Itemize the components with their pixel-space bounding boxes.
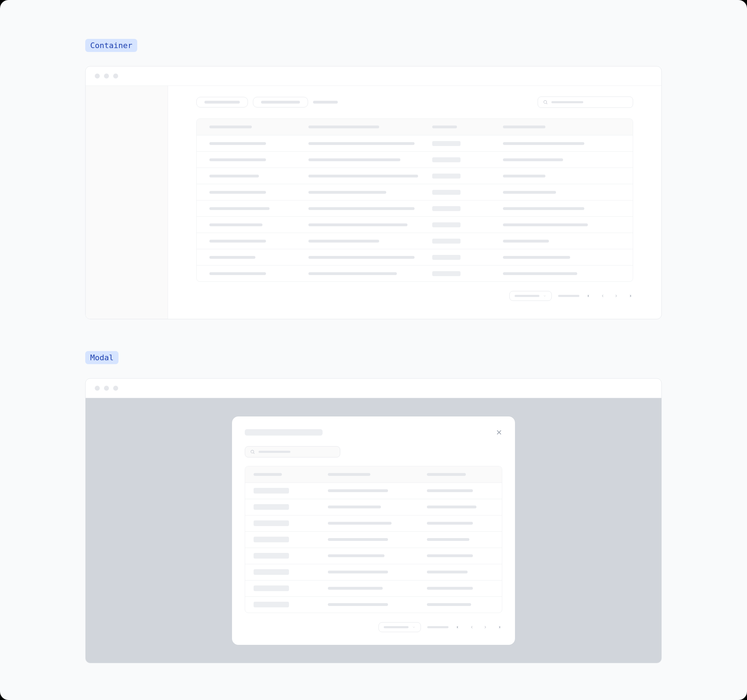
first-page-icon — [456, 625, 461, 629]
table-header-cell[interactable] — [427, 473, 493, 476]
search-input[interactable] — [538, 97, 633, 108]
window-dot — [113, 74, 118, 78]
chevron-left-icon — [470, 625, 474, 629]
page-indicator — [558, 295, 579, 297]
window-dot — [113, 386, 118, 391]
window-dot — [95, 74, 100, 78]
table-row[interactable] — [197, 200, 633, 216]
table-header-row — [245, 466, 502, 483]
chevron-down-icon — [412, 625, 416, 629]
toolbar — [196, 97, 633, 108]
table-row[interactable] — [245, 531, 502, 548]
section-tag-container: Container — [85, 39, 137, 52]
chevron-right-icon — [614, 294, 618, 298]
rows-per-page-select[interactable] — [378, 622, 421, 632]
search-placeholder — [551, 101, 583, 103]
next-page-button[interactable] — [612, 293, 620, 299]
last-page-button[interactable] — [495, 624, 502, 631]
last-page-icon — [497, 625, 501, 629]
table-row[interactable] — [245, 580, 502, 596]
browser-titlebar — [86, 66, 661, 86]
table-header-row — [197, 119, 633, 135]
table-header-cell[interactable] — [254, 473, 328, 476]
next-page-button[interactable] — [482, 624, 489, 631]
modal-close-button[interactable] — [495, 428, 503, 436]
last-page-icon — [628, 294, 632, 298]
chevron-right-icon — [483, 625, 487, 629]
browser-titlebar — [86, 379, 661, 398]
svg-line-7 — [254, 453, 255, 454]
table-header-cell[interactable] — [209, 125, 308, 128]
prev-page-button[interactable] — [599, 293, 606, 299]
svg-point-0 — [544, 100, 546, 103]
table-row[interactable] — [245, 499, 502, 515]
modal-dialog — [232, 416, 515, 645]
modal-data-table — [245, 466, 502, 613]
table-row[interactable] — [197, 216, 633, 232]
table-row[interactable] — [245, 483, 502, 499]
chevron-down-icon — [543, 294, 546, 298]
table-header-cell[interactable] — [432, 125, 503, 128]
page-indicator — [427, 626, 449, 628]
chevron-left-icon — [600, 294, 605, 298]
table-row[interactable] — [197, 135, 633, 151]
table-row[interactable] — [245, 564, 502, 580]
table-header-cell[interactable] — [503, 125, 620, 128]
window-dot — [104, 386, 109, 391]
section-modal: Modal — [85, 351, 662, 663]
svg-line-1 — [546, 103, 547, 104]
browser-frame-container — [85, 66, 662, 319]
table-row[interactable] — [197, 249, 633, 265]
sidebar — [86, 86, 168, 319]
main-content-area — [168, 86, 661, 319]
window-dot — [95, 386, 100, 391]
search-placeholder — [259, 451, 290, 453]
table-row[interactable] — [197, 167, 633, 184]
table-row[interactable] — [197, 151, 633, 167]
table-row[interactable] — [197, 184, 633, 200]
filter-pill[interactable] — [253, 97, 308, 107]
svg-point-6 — [251, 450, 254, 453]
first-page-icon — [587, 294, 591, 298]
rows-per-page-select[interactable] — [509, 291, 552, 301]
table-header-cell[interactable] — [328, 473, 427, 476]
table-row[interactable] — [245, 548, 502, 564]
modal-title — [245, 429, 322, 436]
close-icon — [495, 428, 503, 436]
browser-frame-modal — [85, 378, 662, 663]
table-row[interactable] — [245, 515, 502, 531]
last-page-button[interactable] — [626, 293, 633, 299]
modal-backdrop — [86, 398, 661, 663]
section-tag-modal: Modal — [85, 351, 118, 364]
window-dot — [104, 74, 109, 78]
section-container: Container — [85, 39, 662, 319]
table-row[interactable] — [197, 265, 633, 281]
pagination — [196, 291, 633, 301]
modal-pagination — [245, 622, 502, 632]
toolbar-ghost-label — [313, 101, 338, 104]
data-table — [196, 118, 633, 282]
table-row[interactable] — [245, 596, 502, 612]
search-icon — [250, 450, 255, 454]
filter-pill[interactable] — [196, 97, 248, 107]
search-icon — [543, 100, 548, 105]
table-header-cell[interactable] — [308, 125, 432, 128]
table-row[interactable] — [197, 232, 633, 249]
first-page-button[interactable] — [586, 293, 593, 299]
modal-search-input[interactable] — [245, 446, 340, 457]
prev-page-button[interactable] — [468, 624, 475, 631]
first-page-button[interactable] — [455, 624, 462, 631]
